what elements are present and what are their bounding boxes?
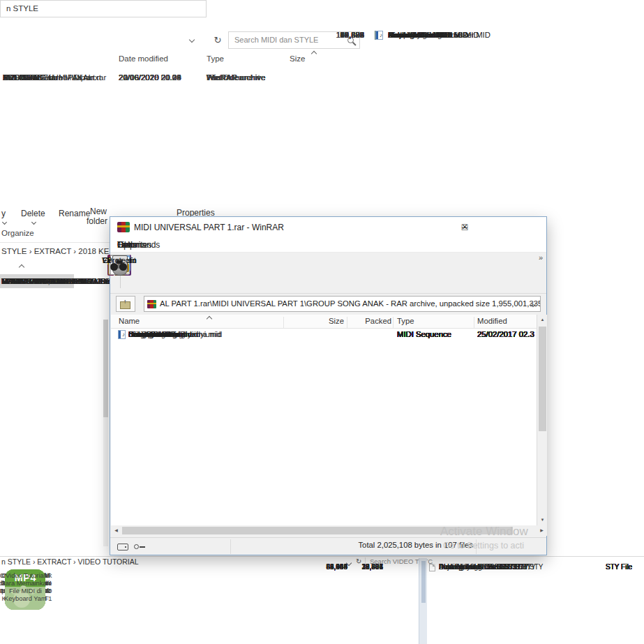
breadcrumb[interactable]: n STYLE › EXTRACT › VIDEO TUTORIAL <box>1 557 139 566</box>
dropdown-caret-icon[interactable] <box>31 220 36 225</box>
scrollbar-thumb[interactable] <box>539 327 546 431</box>
menu-item[interactable]: Help <box>117 238 135 253</box>
file-type: WinRAR archive <box>207 71 265 85</box>
scroll-up-arrow[interactable]: ▲ <box>537 315 548 325</box>
ribbon-rename-button[interactable]: Rename <box>59 209 90 218</box>
ribbon-delete-button[interactable]: Delete <box>21 209 45 218</box>
scrollbar-thumb[interactable] <box>421 561 426 603</box>
archive-path-text: AL PART 1.rar\MIDI UNIVERSAL PART 1\GROU… <box>160 299 541 308</box>
column-headers: Date modified Type Size <box>0 52 360 68</box>
refresh-icon[interactable]: ↻ <box>356 557 361 565</box>
file-date: 20/06/2020 20.08 <box>119 71 181 85</box>
file-type: STY File <box>606 562 632 573</box>
column-modified[interactable]: Modified <box>477 317 507 325</box>
column-size[interactable]: Size <box>290 54 305 63</box>
column-type[interactable]: Type <box>207 54 224 63</box>
vertical-scrollbar[interactable]: ▲ ▼ <box>537 315 547 525</box>
ribbon-new-folder-button[interactable]: New <box>90 207 107 216</box>
winrar-mini-icon <box>147 300 156 308</box>
refresh-icon[interactable]: ↻ <box>209 31 227 49</box>
list-item[interactable]: TEST.mid <box>0 274 36 288</box>
bottom-breadcrumb-bar: n STYLE › EXTRACT › VIDEO TUTORIAL ↻ Sea… <box>0 557 419 569</box>
file-name: BELAKANG.rar <box>3 71 58 85</box>
video-caption: Video Tutorial Cara Memainkan File MIDI … <box>0 572 52 603</box>
key-icon[interactable] <box>134 544 139 549</box>
folder-up-icon <box>120 301 130 309</box>
midi-file-icon <box>375 31 383 40</box>
file-size: 49,529 <box>340 29 364 42</box>
activate-windows-watermark-sub: Go to Settings to acti <box>443 541 524 551</box>
sort-caret-icon <box>311 51 317 57</box>
address-bar[interactable]: n STYLE <box>0 0 207 17</box>
scrollbar[interactable] <box>103 320 108 546</box>
scroll-right-arrow[interactable]: ▶ <box>537 525 547 536</box>
winrar-app-icon <box>117 222 130 232</box>
scrollbar-thumb[interactable] <box>103 320 108 417</box>
scroll-left-arrow[interactable]: ◀ <box>111 525 121 536</box>
file-modified: 25/02/2017 02.3 <box>477 329 537 341</box>
menu-bar: FileCommandsToolsFavoritesOptionsHelp <box>110 238 546 253</box>
title-bar[interactable]: MIDI UNIVERSAL PART 1.rar - WinRAR – □ × <box>110 217 546 238</box>
scroll-up-caret-icon[interactable] <box>19 264 24 270</box>
video-tiles: MP4 sik e 970 1 MP4 Cara Load Style dari… <box>0 569 419 644</box>
midi-file-icon <box>118 330 126 339</box>
activate-windows-watermark: Activate Window <box>440 525 528 539</box>
column-packed[interactable]: Packed <box>365 317 391 325</box>
file-size: 85,665 <box>326 562 347 573</box>
header-divider <box>283 317 284 328</box>
header-divider <box>474 317 474 328</box>
status-total: Total 2,025,108 bytes in 107 files <box>236 541 473 549</box>
archive-column-headers: Name Size Packed Type Modified <box>111 315 537 329</box>
search-placeholder: Search MIDI dan STYLE <box>234 36 318 44</box>
column-size[interactable]: Size <box>329 317 344 325</box>
ribbon-new-folder-label[interactable]: folder <box>87 216 107 226</box>
archive-path-combo[interactable]: AL PART 1.rar\MIDI UNIVERSAL PART 1\GROU… <box>144 296 541 312</box>
toolbar-overflow-icon[interactable]: » <box>539 253 543 262</box>
chevron-down-icon[interactable] <box>189 37 195 43</box>
column-name[interactable]: Name <box>119 317 140 325</box>
column-type[interactable]: Type <box>397 317 414 325</box>
window-edge-scrollbar[interactable] <box>419 558 427 644</box>
file-name: TEST.mid <box>1 277 36 285</box>
archive-file-list: Bis Sekolah.mid 35,846 6,994 MIDI Sequen… <box>111 329 537 525</box>
header-divider <box>347 317 347 328</box>
sort-caret-icon <box>207 316 212 322</box>
dropdown-caret-icon[interactable] <box>2 220 7 225</box>
drive-icon[interactable] <box>117 544 128 551</box>
file-packed-size: 30,677 <box>361 562 383 573</box>
column-date-modified[interactable]: Date modified <box>119 54 168 63</box>
file-type: MIDI Sequence <box>397 329 451 341</box>
window-title: MIDI UNIVERSAL PART 1.rar - WinRAR <box>134 217 284 238</box>
winrar-window: MIDI UNIVERSAL PART 1.rar - WinRAR – □ ×… <box>110 216 547 555</box>
toolbar-button[interactable]: Protect <box>114 253 124 255</box>
file-name: Ding Dong.mid <box>128 329 181 341</box>
header-divider <box>393 317 394 328</box>
desktop: n STYLE ↻ Search MIDI dan STYLE Date mod… <box>0 0 644 644</box>
ribbon-copy-fragment[interactable]: y <box>1 209 6 218</box>
toolbar: » Add Extract To Test <box>110 253 546 294</box>
status-divider <box>230 539 231 554</box>
window-controls: – □ × <box>449 217 546 238</box>
document-icon <box>429 564 435 571</box>
breadcrumb[interactable]: STYLE › EXTRACT › 2018 KE <box>1 247 109 255</box>
file-name: Sakit tdk berdarah.MID <box>388 29 469 42</box>
archive-address-row: AL PART 1.rar\MIDI UNIVERSAL PART 1\GROU… <box>110 294 546 315</box>
close-button[interactable]: × <box>449 217 481 238</box>
ribbon-organize-label: Organize <box>1 229 34 237</box>
up-directory-button[interactable] <box>116 296 135 312</box>
file-name: DUA PILIHAN Cm.S837.STY <box>439 562 529 573</box>
scroll-down-arrow[interactable]: ▼ <box>537 515 548 525</box>
